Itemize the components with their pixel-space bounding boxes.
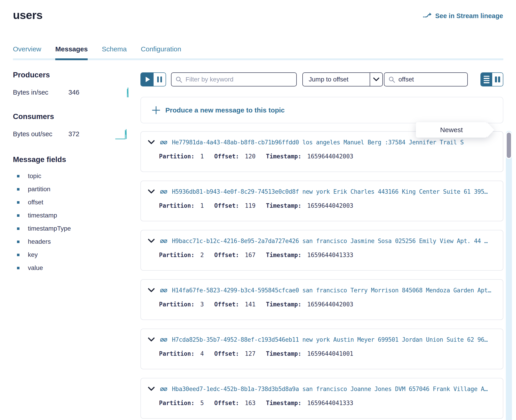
- tab-label: Messages: [55, 45, 88, 53]
- offset-search-field: [384, 72, 468, 86]
- column-view-button[interactable]: [492, 73, 503, 86]
- field-bullet-icon: [17, 188, 19, 191]
- tab-schema[interactable]: Schema: [102, 45, 127, 58]
- timestamp-value: 1659644041001: [304, 350, 353, 357]
- field-label: offset: [28, 199, 43, 206]
- message-meta: Partition: 3 Offset: 141 Timestamp: 1659…: [148, 301, 503, 308]
- bytes-out-label: Bytes out/sec: [13, 130, 69, 138]
- search-icon: [388, 76, 395, 83]
- chevron-down-icon: [148, 140, 155, 145]
- plus-icon: [152, 106, 160, 114]
- key-icon: ∅∅: [160, 138, 167, 146]
- key-icon: ∅∅: [160, 286, 167, 294]
- message-meta: Partition: 2 Offset: 167 Timestamp: 1659…: [148, 252, 503, 258]
- offset-value: 119: [241, 202, 255, 209]
- tab-overview[interactable]: Overview: [13, 45, 41, 58]
- message-row-header[interactable]: ∅∅ H7cda825b-35b7-4952-88ef-c193d546eb11…: [148, 336, 503, 344]
- messages-list: ∅∅ He77981da-4a43-48ab-b8f8-cb71b96ffdd0…: [140, 131, 503, 419]
- message-card: ∅∅ H14fa67fe-5823-4299-b3c4-595845cfcae0…: [140, 279, 503, 320]
- message-field-item-timestamp[interactable]: timestamp: [13, 212, 129, 219]
- partition-field: Partition: 3: [159, 301, 204, 308]
- chevron-down-icon: [148, 288, 155, 292]
- column-view-icon: [495, 76, 497, 82]
- partition-value: 3: [197, 301, 204, 308]
- produce-message-button[interactable]: Produce a new message to this topic: [140, 97, 503, 123]
- message-field-item-headers[interactable]: headers: [13, 239, 129, 245]
- list-view-button[interactable]: [481, 73, 492, 86]
- timestamp-value: 1659644041333: [304, 252, 353, 258]
- message-row-header[interactable]: ∅∅ He77981da-4a43-48ab-b8f8-cb71b96ffdd0…: [148, 138, 503, 146]
- offset-value: 127: [241, 350, 255, 357]
- pause-button[interactable]: [154, 73, 166, 86]
- message-field-item-key[interactable]: key: [13, 252, 129, 258]
- chevron-down-icon: [148, 189, 155, 194]
- tab-messages[interactable]: Messages: [55, 45, 88, 58]
- message-card: ∅∅ H5936db81-b943-4e0f-8c29-74513e0c0d8f…: [140, 180, 503, 221]
- select-chevron-down-icon: [370, 73, 382, 86]
- timestamp-value: 1659644042003: [304, 153, 353, 160]
- timestamp-field: Timestamp: 1659644042003: [266, 202, 353, 209]
- message-field-item-value[interactable]: value: [13, 265, 129, 271]
- scrollbar-thumb[interactable]: [507, 133, 511, 158]
- key-icon: ∅∅: [160, 237, 167, 245]
- partition-value: 4: [197, 350, 204, 357]
- partition-field: Partition: 2: [159, 252, 204, 258]
- page-header: users See in Stream lineage: [13, 9, 503, 22]
- message-field-item-timestamptype[interactable]: timestampType: [13, 225, 129, 232]
- offset-field: Offset: 127: [214, 350, 255, 357]
- play-pause-toggle: [140, 72, 166, 86]
- message-row-header[interactable]: ∅∅ H9bacc71c-b12c-4216-8e95-2a7da727e426…: [148, 237, 503, 245]
- tab-configuration[interactable]: Configuration: [141, 45, 181, 58]
- chevron-down-icon: [148, 387, 155, 391]
- key-icon: ∅∅: [160, 385, 167, 393]
- message-fields-heading: Message fields: [13, 155, 129, 164]
- partition-value: 2: [197, 252, 204, 258]
- offset-field: Offset: 167: [214, 252, 255, 258]
- field-bullet-icon: [17, 175, 19, 177]
- message-row-header[interactable]: ∅∅ H14fa67fe-5823-4299-b3c4-595845cfcae0…: [148, 286, 503, 294]
- message-summary: Hba30eed7-1edc-452b-8b1a-738d3b5d8a9a sa…: [172, 386, 503, 392]
- message-summary: He77981da-4a43-48ab-b8f8-cb71b96ffdd0 lo…: [172, 139, 503, 146]
- view-toggle: [480, 72, 503, 86]
- offset-value: 163: [241, 400, 255, 406]
- message-field-item-partition[interactable]: partition: [13, 186, 129, 192]
- message-field-item-offset[interactable]: offset: [13, 199, 129, 205]
- newest-tooltip: Newest: [416, 122, 494, 138]
- timestamp-field: Timestamp: 1659644042003: [266, 301, 353, 308]
- message-row-header[interactable]: ∅∅ H5936db81-b943-4e0f-8c29-74513e0c0d8f…: [148, 188, 503, 195]
- filter-input[interactable]: [171, 72, 297, 86]
- jump-to-offset-select[interactable]: Jump to offset: [302, 72, 383, 86]
- bytes-in-value: 346: [69, 89, 96, 96]
- play-button[interactable]: [141, 73, 154, 86]
- message-fields-list: topic partition offset timestamp timesta…: [13, 173, 129, 271]
- messages-toolbar: Jump to offset: [140, 72, 503, 86]
- lineage-label: See in Stream lineage: [435, 12, 503, 20]
- key-icon: ∅∅: [160, 188, 167, 195]
- offset-input[interactable]: [384, 72, 468, 86]
- consumers-metric: Bytes out/sec 372: [13, 128, 129, 140]
- timestamp-value: 1659644042003: [304, 202, 353, 209]
- search-icon: [176, 76, 182, 83]
- message-row-header[interactable]: ∅∅ Hba30eed7-1edc-452b-8b1a-738d3b5d8a9a…: [148, 385, 503, 393]
- field-bullet-icon: [17, 214, 19, 217]
- consumers-heading: Consumers: [13, 112, 129, 121]
- filter-field: [171, 72, 297, 86]
- stream-lineage-link[interactable]: See in Stream lineage: [423, 12, 503, 20]
- message-field-item-topic[interactable]: topic: [13, 173, 129, 179]
- offset-field: Offset: 141: [214, 301, 255, 308]
- message-meta: Partition: 1 Offset: 119 Timestamp: 1659…: [148, 202, 503, 209]
- message-card: ∅∅ H9bacc71c-b12c-4216-8e95-2a7da727e426…: [140, 230, 503, 271]
- tabs: Overview Messages Schema Configuration: [13, 45, 503, 60]
- message-meta: Partition: 1 Offset: 120 Timestamp: 1659…: [148, 153, 503, 160]
- message-summary: H14fa67fe-5823-4299-b3c4-595845cfcae0 sa…: [172, 287, 503, 294]
- timestamp-field: Timestamp: 1659644041001: [266, 350, 353, 357]
- play-icon: [146, 77, 150, 82]
- timestamp-field: Timestamp: 1659644042003: [266, 153, 353, 160]
- produce-message-label: Produce a new message to this topic: [165, 106, 285, 114]
- partition-field: Partition: 1: [159, 153, 204, 160]
- scrollbar-track[interactable]: [506, 131, 512, 420]
- bytes-in-sparkline: [116, 86, 129, 99]
- bytes-in-label: Bytes in/sec: [13, 89, 69, 96]
- partition-field: Partition: 1: [159, 202, 204, 209]
- producers-metric: Bytes in/sec 346: [13, 86, 129, 99]
